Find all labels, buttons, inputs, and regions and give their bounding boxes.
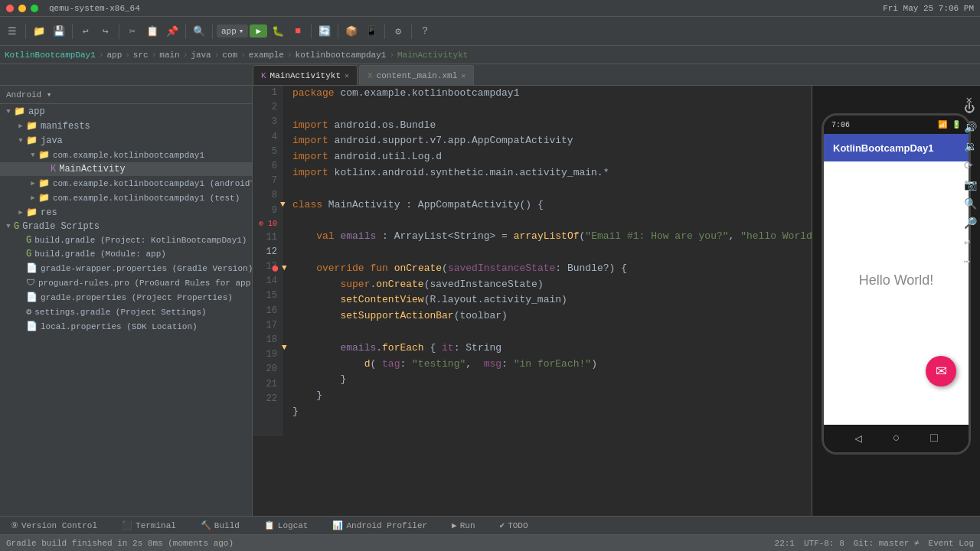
status-right: 22:1 UTF-8: 8 Git: master ≠ Event Log <box>775 539 974 548</box>
toolbar-paste[interactable]: 📌 <box>163 22 181 41</box>
toolbar-save[interactable]: 💾 <box>50 22 68 41</box>
event-log[interactable]: Event Log <box>929 539 974 548</box>
phone-screen: KotlinBootcampDay1 Hello World! ✉ <box>824 134 969 425</box>
tab-icon: K <box>261 71 266 80</box>
folder-icon: 📁 <box>38 149 50 161</box>
toolbar-cut[interactable]: ✂ <box>123 22 142 41</box>
run-tab[interactable]: ▶ Run <box>446 519 481 532</box>
fold-icon: ▼ <box>282 341 287 355</box>
code-text <box>292 261 316 277</box>
code-line-14: setContentView(R.layout.activity_main) <box>292 292 812 308</box>
code-line-18: d( tag: "testing", msg: "in forEach!") <box>292 357 812 373</box>
minimize-button[interactable] <box>18 5 26 12</box>
toolbar-copy[interactable]: 📋 <box>143 22 162 41</box>
build-tab[interactable]: 🔨 Build <box>194 519 246 532</box>
tree-item-android-test[interactable]: ▶ 📁 com.example.kotlinbootcampday1 (andr… <box>0 176 252 191</box>
build-status-message: Gradle build finished in 2s 8ms (moments… <box>6 539 234 548</box>
tree-item-local-properties[interactable]: 📄 local.properties (SDK Location) <box>0 319 252 334</box>
breadcrumb-item[interactable]: kotlinbootcampday1 <box>296 51 387 60</box>
android-dropdown[interactable]: Android ▾ <box>6 90 51 99</box>
toolbar-open[interactable]: 📁 <box>30 22 48 41</box>
toolbar-undo[interactable]: ↩ <box>77 22 95 41</box>
breadcrumb-item[interactable]: com <box>222 51 237 60</box>
recents-nav-button[interactable]: □ <box>930 432 938 445</box>
tree-item-gradle-wrapper[interactable]: 📄 gradle-wrapper.properties (Gradle Vers… <box>0 261 252 276</box>
toolbar-redo[interactable]: ↪ <box>96 22 115 41</box>
breadcrumb-item[interactable]: app <box>106 51 122 60</box>
settings-button[interactable]: ⚙ <box>389 22 407 41</box>
close-button[interactable] <box>6 5 14 12</box>
code-text: { <box>424 341 442 357</box>
tree-item-test[interactable]: ▶ 📁 com.example.kotlinbootcampday1 (test… <box>0 191 252 205</box>
home-nav-button[interactable]: ○ <box>893 432 900 445</box>
function-name: setContentView <box>340 292 423 308</box>
close-icon[interactable]: ✕ <box>461 71 466 80</box>
run-config-dropdown[interactable]: app ▾ <box>217 24 248 37</box>
tab-main-activity[interactable]: K MainActivitykt ✕ <box>253 65 358 85</box>
avd-manager-button[interactable]: 📱 <box>362 22 381 41</box>
tree-item-gradle-properties[interactable]: 📄 gradle.properties (Project Properties) <box>0 290 252 305</box>
tree-item-proguard[interactable]: 🛡 proguard-rules.pro (ProGuard Rules for… <box>0 276 252 290</box>
close-icon[interactable]: ✕ <box>345 71 349 80</box>
breadcrumb-item[interactable]: main <box>159 51 179 60</box>
breadcrumb-item[interactable]: example <box>249 51 284 60</box>
tree-item-mainactivity[interactable]: K MainActivity <box>0 162 252 176</box>
tree-arrow: ▶ <box>15 208 26 217</box>
volume-up-icon[interactable]: 🔊 <box>964 121 977 134</box>
run-button[interactable]: ▶ <box>250 24 267 37</box>
terminal-tab[interactable]: ⬛ Terminal <box>116 519 182 532</box>
code-line-13: super.onCreate(savedInstanceState) <box>292 277 812 293</box>
breadcrumb-item[interactable]: java <box>191 51 211 60</box>
tree-label: res <box>41 207 57 218</box>
stop-button[interactable]: ■ <box>289 22 307 41</box>
maximize-button[interactable] <box>31 5 38 12</box>
tree-item-package[interactable]: ▼ 📁 com.example.kotlinbootcampday1 <box>0 148 252 162</box>
code-line-6: import kotlinx.android.synthetic.main.ac… <box>292 165 812 181</box>
phone-app-title: KotlinBootcampDay1 <box>833 142 933 154</box>
code-line-1: package com.example.kotlinbootcampday1 <box>292 86 812 102</box>
sync-button[interactable]: 🔄 <box>315 22 334 41</box>
function-name: onCreate <box>394 261 442 277</box>
fab-button[interactable]: ✉ <box>926 356 956 386</box>
toolbar-search[interactable]: 🔍 <box>190 22 208 41</box>
function-name: d <box>364 357 371 373</box>
code-editor[interactable]: 1 2 3 4 5 6 7 8 9 ⊕ 10 11 12 13 14 15 16… <box>253 86 812 516</box>
gradle-file-icon: G <box>26 235 31 246</box>
code-line-8: ▼ class MainActivity : AppCompatActivity… <box>292 197 812 214</box>
back-nav-button[interactable]: ◁ <box>854 431 862 446</box>
power-icon[interactable]: ⏻ <box>964 103 977 115</box>
version-control-tab[interactable]: ⑨ Version Control <box>5 519 103 532</box>
breadcrumb-item[interactable]: KotlinBootcampDay1 <box>5 51 96 60</box>
tree-label: com.example.kotlinbootcampday1 <box>53 151 204 160</box>
zoom-out-icon[interactable]: 🔎 <box>964 217 977 230</box>
debug-button[interactable]: 🐛 <box>269 22 287 41</box>
back-arrow-icon[interactable]: ↩ <box>964 236 977 249</box>
screenshot-icon[interactable]: 📷 <box>964 178 977 191</box>
breadcrumb-item[interactable]: MainActivitykt <box>397 51 468 60</box>
tree-item-manifests[interactable]: ▶ 📁 manifests <box>0 119 252 133</box>
tree-item-build-gradle-project[interactable]: G build.gradle (Project: KotlinBootcampD… <box>0 233 252 247</box>
android-profiler-tab[interactable]: 📊 Android Profiler <box>326 519 433 532</box>
todo-tab[interactable]: ✔ TODO <box>494 519 534 532</box>
help-button[interactable]: ? <box>416 22 434 41</box>
code-line-16 <box>292 324 812 341</box>
volume-down-icon[interactable]: 🔉 <box>964 140 977 153</box>
code-text: : <box>400 197 417 214</box>
tree-item-res[interactable]: ▶ 📁 res <box>0 205 252 220</box>
zoom-in-icon[interactable]: 🔍 <box>964 197 977 210</box>
breadcrumb-item[interactable]: src <box>133 51 149 60</box>
main-content-area: Android ▾ ▼ 📁 app ▶ 📁 manifests ▼ 📁 java… <box>0 86 980 516</box>
tab-label: content_main.xml <box>377 71 458 80</box>
logcat-tab[interactable]: 📋 Logcat <box>258 519 315 532</box>
tree-item-gradle-scripts[interactable]: ▼ G Gradle Scripts <box>0 220 252 233</box>
tree-item-settings-gradle[interactable]: ⚙ settings.gradle (Project Settings) <box>0 305 252 319</box>
rotate-icon[interactable]: ⟳ <box>964 159 977 172</box>
tree-item-java[interactable]: ▼ 📁 java <box>0 133 252 148</box>
separator <box>25 24 26 39</box>
sdk-manager-button[interactable]: 📦 <box>342 22 361 41</box>
tree-item-build-gradle-app[interactable]: G build.gradle (Module: app) <box>0 247 252 261</box>
toolbar-menu[interactable]: ☰ <box>3 22 21 41</box>
tab-content-main[interactable]: X content_main.xml ✕ <box>359 65 474 85</box>
tree-item-app[interactable]: ▼ 📁 app <box>0 104 252 119</box>
more-icon[interactable]: ⋯ <box>964 255 977 268</box>
